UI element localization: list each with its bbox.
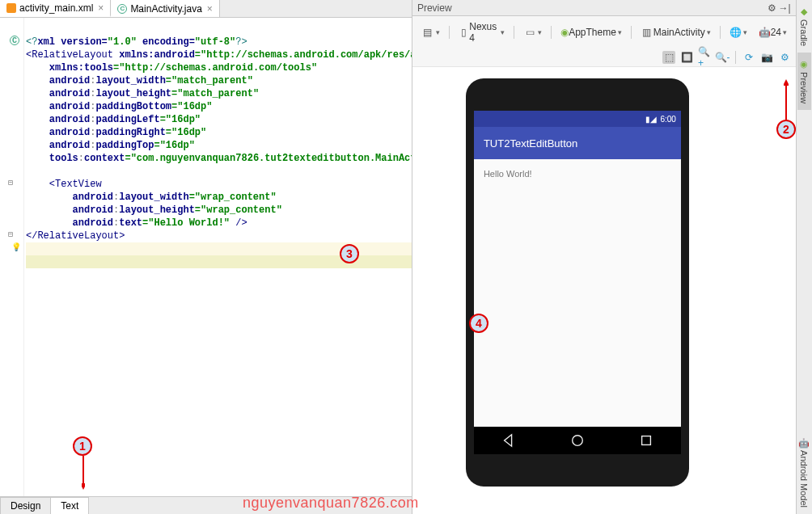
- editor-gutter: C ⊟ ⊟ 💡: [0, 18, 24, 496]
- watermark-text: nguyenvanquan7826.com: [243, 495, 419, 512]
- tab-mainactivity-java[interactable]: C MainActivity.java ×: [111, 0, 220, 17]
- separator: [449, 26, 450, 39]
- annotation-marker-4: 4: [469, 314, 488, 333]
- separator: [514, 26, 514, 39]
- nav-recent-icon: [639, 433, 653, 448]
- tab-label: MainActivity.java: [130, 3, 201, 15]
- annotation-marker-1: 1: [73, 436, 92, 456]
- side-tab-gradle[interactable]: ◆ Gradle: [797, 0, 811, 53]
- gear-icon[interactable]: ⚙: [765, 2, 778, 15]
- app-content: Hello World!: [474, 159, 681, 188]
- side-tab-android-model[interactable]: 🤖 Android Model: [797, 431, 811, 514]
- nav-bar: [474, 427, 681, 454]
- settings-icon[interactable]: ⚙: [778, 51, 791, 64]
- fold-handle-icon[interactable]: ⊟: [8, 230, 13, 239]
- svg-rect-1: [642, 436, 651, 445]
- android-icon: 🤖: [759, 27, 771, 38]
- tab-label: activity_main.xml: [19, 2, 93, 14]
- tab-text[interactable]: Text: [50, 497, 89, 514]
- preview-panel-header: Preview ⚙ →|: [412, 0, 796, 16]
- tab-design[interactable]: Design: [0, 497, 51, 514]
- page-icon: ▤: [421, 26, 434, 39]
- side-tab-preview[interactable]: ◉ Preview: [797, 53, 811, 110]
- orientation-icon: ▭: [523, 26, 536, 39]
- app-title: TUT2TextEditButton: [484, 137, 577, 150]
- device-frame: ▮◢ 6:00 TUT2TextEditButton Hello World!: [466, 78, 689, 487]
- activity-selector[interactable]: ▥MainActivity▾: [636, 23, 715, 41]
- status-time: 6:00: [660, 115, 675, 124]
- theme-selector[interactable]: ◉AppTheme▾: [556, 24, 626, 40]
- xml-file-icon: [6, 3, 16, 13]
- close-icon[interactable]: ×: [98, 2, 104, 14]
- orientation-selector[interactable]: ▭▾: [519, 23, 546, 41]
- preview-zoom-toolbar: ⬚ 🔲 🔍+ 🔍- ⟳ 📷 ⚙: [412, 48, 796, 66]
- nav-home-icon: [570, 433, 585, 448]
- fold-handle-icon[interactable]: ⊟: [8, 178, 13, 187]
- code-content: <?xml version="1.0" encoding="utf-8"?> <…: [26, 23, 412, 255]
- new-config-dropdown[interactable]: ▤▾: [417, 23, 444, 41]
- separator: [631, 26, 632, 39]
- android-icon: 🤖: [799, 437, 809, 448]
- gradle-icon: ◆: [799, 6, 809, 17]
- screenshot-icon[interactable]: 📷: [760, 51, 773, 64]
- separator: [735, 51, 736, 64]
- arrow-down-icon: [82, 456, 85, 493]
- minimize-icon[interactable]: →|: [778, 2, 791, 15]
- separator: [551, 26, 552, 39]
- zoom-fit-icon[interactable]: 🔲: [680, 51, 693, 64]
- svg-point-0: [573, 436, 583, 446]
- nav-back-icon: [501, 433, 516, 448]
- app-bar: TUT2TextEditButton: [474, 127, 681, 159]
- zoom-in-icon[interactable]: 🔍+: [698, 51, 711, 64]
- api-selector[interactable]: 🤖24▾: [755, 24, 791, 40]
- preview-toolbar: ▤▾ ▯Nexus 4▾ ▭▾ ◉AppTheme▾ ▥MainActivity…: [412, 16, 796, 48]
- select-tool-icon[interactable]: ⬚: [662, 51, 675, 64]
- locale-selector[interactable]: 🌐▾: [725, 24, 751, 40]
- device-screen: ▮◢ 6:00 TUT2TextEditButton Hello World!: [474, 111, 681, 454]
- activity-icon: ▥: [641, 26, 653, 39]
- refresh-icon[interactable]: ⟳: [742, 51, 755, 64]
- class-gutter-icon: C: [10, 36, 19, 45]
- editor-tabs: activity_main.xml × C MainActivity.java …: [0, 0, 412, 18]
- tab-activity-main-xml[interactable]: activity_main.xml ×: [0, 0, 111, 17]
- svg-marker-3: [82, 483, 85, 490]
- device-selector[interactable]: ▯Nexus 4▾: [455, 19, 510, 46]
- status-bar: ▮◢ 6:00: [474, 111, 681, 127]
- device-icon: ▯: [459, 26, 470, 39]
- signal-icon: ▮◢: [645, 115, 657, 124]
- separator: [720, 26, 721, 39]
- annotation-marker-3: 3: [340, 244, 359, 263]
- right-tool-stripe: ◆ Gradle ◉ Preview 🤖 Android Model: [796, 0, 812, 514]
- preview-title: Preview: [417, 2, 765, 14]
- preview-canvas: ▮◢ 6:00 TUT2TextEditButton Hello World!: [412, 66, 796, 514]
- annotation-marker-2: 2: [776, 120, 796, 139]
- arrow-up-icon: [784, 79, 789, 120]
- java-class-icon: C: [117, 4, 127, 14]
- preview-icon: ◉: [799, 59, 809, 70]
- globe-icon: 🌐: [730, 27, 742, 38]
- close-icon[interactable]: ×: [207, 3, 213, 15]
- lightbulb-icon[interactable]: 💡: [11, 242, 21, 252]
- theme-icon: ◉: [560, 27, 569, 38]
- hello-text: Hello World!: [484, 169, 532, 179]
- zoom-out-icon[interactable]: 🔍-: [716, 51, 729, 64]
